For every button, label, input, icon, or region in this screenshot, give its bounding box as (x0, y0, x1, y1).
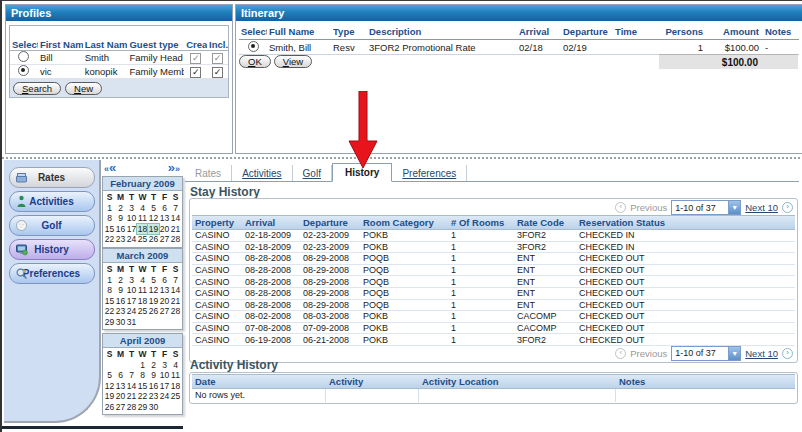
calendar-day[interactable]: 3 (126, 275, 137, 286)
calendar-day[interactable]: 24 (159, 391, 170, 402)
previous-button[interactable]: Previous (630, 348, 667, 359)
calendar-day[interactable]: 9 (148, 370, 159, 381)
calendar-day[interactable]: 6 (115, 370, 126, 381)
calendar-day[interactable]: 15 (104, 224, 115, 235)
calendar-day[interactable]: 6 (159, 275, 170, 286)
calendar-day[interactable]: 25 (137, 234, 148, 245)
next-button[interactable]: Next 10 (745, 202, 778, 213)
sidebar-item-golf[interactable]: Golf (9, 215, 95, 236)
calendar-day[interactable]: 19 (148, 296, 159, 307)
calendar-day[interactable]: 26 (148, 234, 159, 245)
calendar-day[interactable]: 13 (159, 285, 170, 296)
calendar-day[interactable]: 3 (126, 203, 137, 214)
calendar-day[interactable]: 23 (115, 234, 126, 245)
calendar-day[interactable]: 9 (115, 213, 126, 224)
search-button[interactable]: Search (13, 82, 61, 95)
calendar-day[interactable]: 15 (137, 381, 148, 392)
calendar-day[interactable]: 14 (170, 213, 181, 224)
calendar-day[interactable]: 28 (126, 402, 137, 413)
calendar-day[interactable]: 22 (104, 306, 115, 317)
next-button[interactable]: Next 10 (745, 348, 778, 359)
ok-button[interactable]: OK (239, 55, 271, 68)
calendar-day[interactable]: 27 (115, 402, 126, 413)
calendar-day[interactable]: 25 (137, 306, 148, 317)
calendar-day[interactable]: 11 (137, 285, 148, 296)
checkbox[interactable]: ✓ (212, 67, 223, 78)
calendar-day[interactable]: 7 (170, 203, 181, 214)
calendar-day[interactable]: 5 (148, 275, 159, 286)
calendar-day[interactable]: 2 (148, 360, 159, 371)
next-icon[interactable]: › (782, 202, 793, 213)
sidebar-item-activities[interactable]: Activities (9, 191, 95, 212)
page-range-select[interactable]: 1-10 of 37 ▼ (671, 346, 741, 361)
calendar-day[interactable]: 18 (137, 296, 148, 307)
calendar-day[interactable]: 28 (170, 234, 181, 245)
calendar-day[interactable]: 20 (159, 296, 170, 307)
calendar-day[interactable]: 26 (104, 402, 115, 413)
calendar-day[interactable]: 12 (104, 381, 115, 392)
calendar-day[interactable]: 20 (159, 224, 170, 235)
calendar-day[interactable]: 18 (137, 224, 148, 235)
calendar-day[interactable]: 8 (104, 213, 115, 224)
calendar-day[interactable]: 14 (170, 285, 181, 296)
calendar-day[interactable]: 17 (159, 381, 170, 392)
sidebar-item-preferences[interactable]: Preferences (9, 263, 95, 284)
next-icon[interactable]: › (782, 348, 793, 359)
calendar-day[interactable]: 21 (170, 224, 181, 235)
calendar-day[interactable]: 18 (170, 381, 181, 392)
radio-button[interactable] (248, 41, 259, 52)
checkbox[interactable]: ✓ (190, 67, 201, 78)
calendar-day[interactable]: 29 (137, 402, 148, 413)
calendar-day[interactable]: 11 (137, 213, 148, 224)
calendar-day[interactable]: 14 (126, 381, 137, 392)
calendar-day[interactable]: 12 (148, 285, 159, 296)
calendar-day[interactable]: 23 (148, 391, 159, 402)
previous-icon[interactable]: ‹ (615, 202, 626, 213)
calendar-day[interactable]: 22 (137, 391, 148, 402)
calendar-day[interactable]: 10 (159, 370, 170, 381)
calendar-day[interactable]: 4 (137, 275, 148, 286)
calendar-day[interactable]: 10 (126, 213, 137, 224)
calendar-day[interactable]: 28 (170, 306, 181, 317)
calendar-day[interactable]: 21 (170, 296, 181, 307)
page-range-select[interactable]: 1-10 of 37 ▼ (671, 200, 741, 215)
previous-icon[interactable]: ‹ (615, 348, 626, 359)
calendar-day[interactable]: 6 (159, 203, 170, 214)
calendar-day[interactable]: 24 (126, 234, 137, 245)
calendar-day[interactable]: 10 (126, 285, 137, 296)
calendar-day[interactable]: 11 (170, 370, 181, 381)
previous-button[interactable]: Previous (630, 202, 667, 213)
tab-activities[interactable]: Activities (232, 165, 292, 181)
calendar-day[interactable]: 15 (104, 296, 115, 307)
calendar-day[interactable]: 19 (104, 391, 115, 402)
calendar-day[interactable]: 16 (115, 296, 126, 307)
calendar-day[interactable]: 17 (126, 296, 137, 307)
calendar-day[interactable]: 13 (115, 381, 126, 392)
calendar-day[interactable]: 29 (104, 317, 115, 328)
sidebar-item-history[interactable]: History (9, 239, 95, 260)
tab-preferences[interactable]: Preferences (392, 165, 467, 181)
calendar-day[interactable]: 1 (104, 275, 115, 286)
calendar-day[interactable]: 1 (104, 203, 115, 214)
calendar-day[interactable]: 12 (148, 213, 159, 224)
calendar-day[interactable]: 2 (115, 203, 126, 214)
radio-button[interactable] (18, 51, 29, 62)
calendar-day[interactable]: 4 (137, 203, 148, 214)
calendar-day[interactable]: 16 (148, 381, 159, 392)
calendar-day[interactable]: 30 (115, 317, 126, 328)
calendar-day[interactable]: 7 (170, 275, 181, 286)
calendar-day[interactable]: 19 (148, 224, 159, 235)
sidebar-item-rates[interactable]: Rates (9, 167, 95, 188)
calendar-day[interactable]: 20 (115, 391, 126, 402)
calendar-day[interactable]: 27 (159, 234, 170, 245)
calendar-day[interactable]: 13 (159, 213, 170, 224)
checkbox[interactable]: ✓ (212, 53, 223, 64)
calendar-day[interactable]: 1 (137, 360, 148, 371)
calendar-day[interactable]: 8 (104, 285, 115, 296)
new-button[interactable]: New (65, 82, 102, 95)
calendar-day[interactable]: 26 (148, 306, 159, 317)
calendar-day[interactable]: 27 (159, 306, 170, 317)
calendar-day[interactable]: 30 (148, 402, 159, 413)
calendar-day[interactable]: 25 (170, 391, 181, 402)
calendar-day[interactable]: 5 (104, 370, 115, 381)
